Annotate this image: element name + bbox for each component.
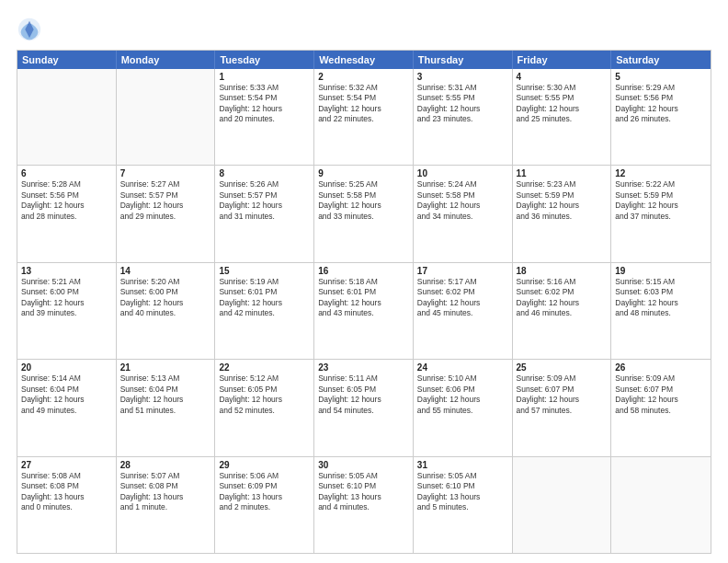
table-row: 28Sunrise: 5:07 AM Sunset: 6:08 PM Dayli… xyxy=(117,457,216,553)
table-row: 20Sunrise: 5:14 AM Sunset: 6:04 PM Dayli… xyxy=(17,360,117,455)
table-row: 9Sunrise: 5:25 AM Sunset: 5:58 PM Daylig… xyxy=(314,166,414,261)
day-number: 4 xyxy=(517,72,608,82)
table-row xyxy=(117,69,216,165)
day-number: 13 xyxy=(21,266,112,276)
table-row: 26Sunrise: 5:09 AM Sunset: 6:07 PM Dayli… xyxy=(611,360,711,455)
calendar-row: 27Sunrise: 5:08 AM Sunset: 6:08 PM Dayli… xyxy=(17,456,711,553)
table-row: 10Sunrise: 5:24 AM Sunset: 5:58 PM Dayli… xyxy=(414,166,513,261)
day-number: 11 xyxy=(517,168,608,178)
table-row: 30Sunrise: 5:05 AM Sunset: 6:10 PM Dayli… xyxy=(314,457,414,553)
day-number: 9 xyxy=(318,168,409,178)
day-info: Sunrise: 5:27 AM Sunset: 5:57 PM Dayligh… xyxy=(120,179,211,222)
day-number: 6 xyxy=(21,168,112,178)
table-row: 14Sunrise: 5:20 AM Sunset: 6:00 PM Dayli… xyxy=(117,263,216,359)
day-info: Sunrise: 5:30 AM Sunset: 5:55 PM Dayligh… xyxy=(517,83,608,125)
day-info: Sunrise: 5:32 AM Sunset: 5:54 PM Dayligh… xyxy=(318,83,409,125)
day-info: Sunrise: 5:09 AM Sunset: 6:07 PM Dayligh… xyxy=(615,373,707,416)
day-info: Sunrise: 5:29 AM Sunset: 5:56 PM Dayligh… xyxy=(615,83,707,125)
day-info: Sunrise: 5:19 AM Sunset: 6:01 PM Dayligh… xyxy=(219,277,310,319)
table-row: 12Sunrise: 5:22 AM Sunset: 5:59 PM Dayli… xyxy=(611,166,711,261)
table-row: 5Sunrise: 5:29 AM Sunset: 5:56 PM Daylig… xyxy=(611,69,711,165)
calendar-header-cell: Friday xyxy=(513,51,612,69)
calendar-header-cell: Wednesday xyxy=(314,51,414,69)
day-info: Sunrise: 5:11 AM Sunset: 6:05 PM Dayligh… xyxy=(318,373,409,416)
day-info: Sunrise: 5:12 AM Sunset: 6:05 PM Dayligh… xyxy=(219,373,310,416)
day-number: 26 xyxy=(615,362,707,373)
table-row: 23Sunrise: 5:11 AM Sunset: 6:05 PM Dayli… xyxy=(314,360,414,455)
day-number: 14 xyxy=(120,266,211,276)
day-number: 17 xyxy=(417,266,508,276)
day-info: Sunrise: 5:24 AM Sunset: 5:58 PM Dayligh… xyxy=(417,179,508,222)
day-info: Sunrise: 5:05 AM Sunset: 6:10 PM Dayligh… xyxy=(318,471,409,513)
day-info: Sunrise: 5:26 AM Sunset: 5:57 PM Dayligh… xyxy=(219,179,310,222)
day-info: Sunrise: 5:10 AM Sunset: 6:06 PM Dayligh… xyxy=(417,373,508,416)
calendar-header-cell: Sunday xyxy=(17,51,117,69)
logo xyxy=(17,17,46,42)
day-number: 19 xyxy=(615,266,707,276)
day-number: 16 xyxy=(318,266,409,276)
day-number: 23 xyxy=(318,362,409,373)
table-row: 19Sunrise: 5:15 AM Sunset: 6:03 PM Dayli… xyxy=(611,263,711,359)
header xyxy=(17,17,711,42)
day-number: 7 xyxy=(120,168,211,178)
day-number: 1 xyxy=(219,72,310,82)
day-info: Sunrise: 5:16 AM Sunset: 6:02 PM Dayligh… xyxy=(517,277,608,319)
day-info: Sunrise: 5:31 AM Sunset: 5:55 PM Dayligh… xyxy=(417,83,508,125)
table-row: 16Sunrise: 5:18 AM Sunset: 6:01 PM Dayli… xyxy=(314,263,414,359)
table-row: 29Sunrise: 5:06 AM Sunset: 6:09 PM Dayli… xyxy=(215,457,314,553)
day-info: Sunrise: 5:23 AM Sunset: 5:59 PM Dayligh… xyxy=(517,179,608,222)
table-row: 3Sunrise: 5:31 AM Sunset: 5:55 PM Daylig… xyxy=(414,69,513,165)
day-number: 28 xyxy=(120,460,211,470)
day-info: Sunrise: 5:08 AM Sunset: 6:08 PM Dayligh… xyxy=(21,471,112,513)
table-row: 17Sunrise: 5:17 AM Sunset: 6:02 PM Dayli… xyxy=(414,263,513,359)
day-info: Sunrise: 5:13 AM Sunset: 6:04 PM Dayligh… xyxy=(120,373,211,416)
day-info: Sunrise: 5:17 AM Sunset: 6:02 PM Dayligh… xyxy=(417,277,508,319)
day-number: 31 xyxy=(417,460,508,470)
calendar-header: SundayMondayTuesdayWednesdayThursdayFrid… xyxy=(17,51,711,69)
day-number: 27 xyxy=(21,460,112,470)
table-row: 15Sunrise: 5:19 AM Sunset: 6:01 PM Dayli… xyxy=(215,263,314,359)
table-row: 2Sunrise: 5:32 AM Sunset: 5:54 PM Daylig… xyxy=(314,69,414,165)
calendar-row: 13Sunrise: 5:21 AM Sunset: 6:00 PM Dayli… xyxy=(17,262,711,359)
calendar-header-cell: Saturday xyxy=(611,51,711,69)
calendar-row: 20Sunrise: 5:14 AM Sunset: 6:04 PM Dayli… xyxy=(17,359,711,455)
day-info: Sunrise: 5:06 AM Sunset: 6:09 PM Dayligh… xyxy=(219,471,310,513)
calendar-row: 1Sunrise: 5:33 AM Sunset: 5:54 PM Daylig… xyxy=(17,69,711,165)
table-row: 31Sunrise: 5:05 AM Sunset: 6:10 PM Dayli… xyxy=(414,457,513,553)
day-info: Sunrise: 5:21 AM Sunset: 6:00 PM Dayligh… xyxy=(21,277,112,319)
calendar-header-cell: Thursday xyxy=(414,51,513,69)
table-row: 13Sunrise: 5:21 AM Sunset: 6:00 PM Dayli… xyxy=(17,263,117,359)
day-info: Sunrise: 5:25 AM Sunset: 5:58 PM Dayligh… xyxy=(318,179,409,222)
day-number: 8 xyxy=(219,168,310,178)
table-row: 6Sunrise: 5:28 AM Sunset: 5:56 PM Daylig… xyxy=(17,166,117,261)
table-row: 27Sunrise: 5:08 AM Sunset: 6:08 PM Dayli… xyxy=(17,457,117,553)
calendar-header-cell: Monday xyxy=(117,51,216,69)
day-info: Sunrise: 5:33 AM Sunset: 5:54 PM Dayligh… xyxy=(219,83,310,125)
calendar-header-cell: Tuesday xyxy=(215,51,314,69)
table-row: 18Sunrise: 5:16 AM Sunset: 6:02 PM Dayli… xyxy=(513,263,612,359)
day-number: 5 xyxy=(615,72,707,82)
calendar-row: 6Sunrise: 5:28 AM Sunset: 5:56 PM Daylig… xyxy=(17,165,711,261)
calendar-body: 1Sunrise: 5:33 AM Sunset: 5:54 PM Daylig… xyxy=(17,69,711,553)
table-row: 8Sunrise: 5:26 AM Sunset: 5:57 PM Daylig… xyxy=(215,166,314,261)
day-number: 22 xyxy=(219,362,310,373)
day-info: Sunrise: 5:28 AM Sunset: 5:56 PM Dayligh… xyxy=(21,179,112,222)
day-number: 30 xyxy=(318,460,409,470)
day-info: Sunrise: 5:20 AM Sunset: 6:00 PM Dayligh… xyxy=(120,277,211,319)
day-number: 12 xyxy=(615,168,707,178)
day-info: Sunrise: 5:09 AM Sunset: 6:07 PM Dayligh… xyxy=(517,373,608,416)
day-info: Sunrise: 5:22 AM Sunset: 5:59 PM Dayligh… xyxy=(615,179,707,222)
page: SundayMondayTuesdayWednesdayThursdayFrid… xyxy=(0,0,728,563)
day-number: 2 xyxy=(318,72,409,82)
table-row xyxy=(611,457,711,553)
table-row: 25Sunrise: 5:09 AM Sunset: 6:07 PM Dayli… xyxy=(513,360,612,455)
table-row: 24Sunrise: 5:10 AM Sunset: 6:06 PM Dayli… xyxy=(414,360,513,455)
day-number: 20 xyxy=(21,362,112,373)
day-number: 3 xyxy=(417,72,508,82)
table-row: 7Sunrise: 5:27 AM Sunset: 5:57 PM Daylig… xyxy=(117,166,216,261)
day-info: Sunrise: 5:14 AM Sunset: 6:04 PM Dayligh… xyxy=(21,373,112,416)
table-row: 21Sunrise: 5:13 AM Sunset: 6:04 PM Dayli… xyxy=(117,360,216,455)
day-info: Sunrise: 5:15 AM Sunset: 6:03 PM Dayligh… xyxy=(615,277,707,319)
day-number: 15 xyxy=(219,266,310,276)
table-row: 22Sunrise: 5:12 AM Sunset: 6:05 PM Dayli… xyxy=(215,360,314,455)
